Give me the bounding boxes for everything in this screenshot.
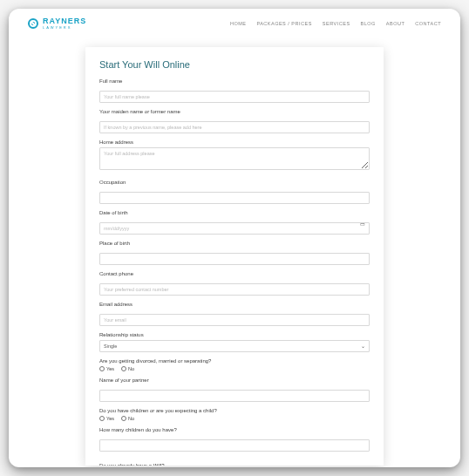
phone-label: Contact phone <box>99 271 370 276</box>
children-n-input[interactable] <box>99 439 370 452</box>
children-no[interactable]: No <box>121 416 134 421</box>
occupation-input[interactable] <box>99 192 370 204</box>
top-nav: HOME PACKAGES / PRICES SERVICES BLOG ABO… <box>230 21 441 26</box>
pob-input[interactable] <box>99 253 370 265</box>
page-container: RAYNERS LAWYERS HOME PACKAGES / PRICES S… <box>9 9 460 467</box>
dob-input[interactable] <box>99 222 370 235</box>
divorcing-yes[interactable]: Yes <box>99 366 114 371</box>
have-will-label: Do you already have a Will? <box>99 463 370 466</box>
email-input[interactable] <box>99 314 370 326</box>
relationship-select[interactable]: Single <box>99 340 370 352</box>
children-q-label: Do you have children or are you expectin… <box>99 408 370 413</box>
pob-label: Place of birth <box>99 241 370 246</box>
phone-input[interactable] <box>99 283 370 296</box>
partner-input[interactable] <box>99 390 370 402</box>
full-name-input[interactable] <box>99 91 370 103</box>
header: RAYNERS LAWYERS HOME PACKAGES / PRICES S… <box>9 9 460 35</box>
occupation-label: Occupation <box>99 180 370 185</box>
brand[interactable]: RAYNERS LAWYERS <box>28 17 86 30</box>
divorcing-no[interactable]: No <box>121 366 134 371</box>
home-address-label: Home address <box>99 139 370 145</box>
brand-name: RAYNERS <box>43 17 86 25</box>
relationship-label: Relationship status <box>99 332 370 337</box>
maiden-name-input[interactable] <box>99 121 370 133</box>
will-form: Start Your Will Online Full name Your ma… <box>85 47 384 466</box>
home-address-input[interactable] <box>99 147 370 170</box>
dob-label: Date of birth <box>99 210 370 215</box>
logo-icon <box>28 18 38 29</box>
maiden-name-label: Your maiden name or former name <box>99 109 370 114</box>
nav-contact[interactable]: CONTACT <box>415 21 441 26</box>
children-n-label: How many children do you have? <box>99 427 370 432</box>
email-label: Email address <box>99 302 370 307</box>
nav-blog[interactable]: BLOG <box>361 21 376 26</box>
nav-services[interactable]: SERVICES <box>323 21 350 26</box>
nav-home[interactable]: HOME <box>230 21 247 26</box>
nav-about[interactable]: ABOUT <box>386 21 404 26</box>
divorcing-label: Are you getting divorced, married or sep… <box>99 358 370 364</box>
nav-packages[interactable]: PACKAGES / PRICES <box>256 21 311 26</box>
full-name-label: Full name <box>99 78 370 84</box>
partner-label: Name of your partner <box>99 377 370 383</box>
form-title: Start Your Will Online <box>99 59 370 70</box>
brand-subtitle: LAWYERS <box>43 26 86 30</box>
children-yes[interactable]: Yes <box>99 416 114 421</box>
